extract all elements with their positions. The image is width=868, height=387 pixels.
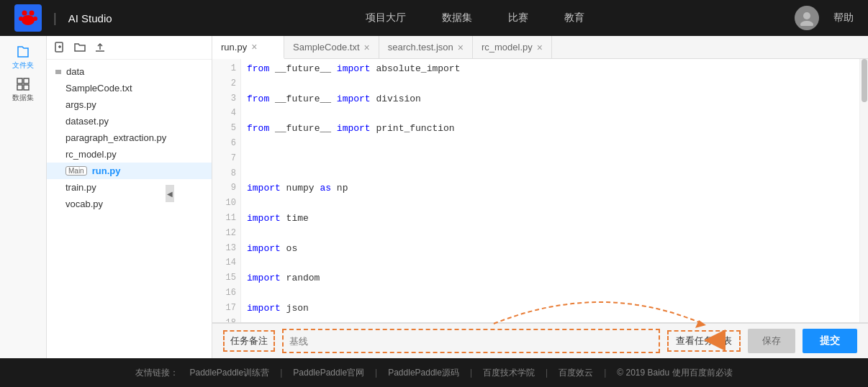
editor-scrollbar[interactable] xyxy=(859,59,868,322)
help-link[interactable]: 帮助 xyxy=(833,12,854,24)
upload-button[interactable] xyxy=(94,42,106,53)
tab-run-py[interactable]: run.py × xyxy=(212,36,284,59)
tab-rcmodel-label: rc_model.py xyxy=(482,42,533,53)
collapse-panel-arrow[interactable]: ◀ xyxy=(166,185,174,202)
line-number: 15 xyxy=(212,271,236,286)
file-run[interactable]: Main run.py xyxy=(47,163,212,179)
line-number: 7 xyxy=(212,152,236,167)
sidebar-files-label: 文件夹 xyxy=(12,60,34,70)
footer-link-paddlecamp[interactable]: PaddlePaddle训练营 xyxy=(189,367,269,379)
footer-link-baidu-cloud[interactable]: 百度效云 xyxy=(559,367,593,379)
code-line: import os xyxy=(247,242,854,257)
line-number: 5 xyxy=(212,122,236,137)
footer: 友情链接： PaddlePaddle训练营 | PaddlePaddle官网 |… xyxy=(0,358,868,387)
file-dataset-label: dataset.py xyxy=(65,116,109,127)
tab-search-test-close[interactable]: × xyxy=(458,42,464,53)
svg-point-1 xyxy=(30,11,35,16)
submit-button[interactable]: 提交 xyxy=(803,329,857,353)
line-number: 14 xyxy=(212,256,236,271)
svg-point-2 xyxy=(22,15,35,25)
file-vocab-label: vocab.py xyxy=(65,199,103,209)
nav-competition[interactable]: 比赛 xyxy=(508,12,528,24)
tab-search-test[interactable]: search.test.json × xyxy=(379,36,473,58)
svg-rect-10 xyxy=(24,85,29,90)
file-paragraph[interactable]: paragraph_extraction.py xyxy=(47,129,212,146)
line-number: 6 xyxy=(212,137,236,152)
main-container: 文件夹 数据集 xyxy=(0,36,868,358)
code-line: import numpy as np xyxy=(247,181,854,196)
task-note-label: 任务备注 xyxy=(223,330,275,352)
sidebar-item-datasets[interactable]: 数据集 xyxy=(9,76,37,104)
nav-education[interactable]: 教育 xyxy=(564,12,584,24)
baseline-input[interactable] xyxy=(284,330,659,352)
line-number: 13 xyxy=(212,242,236,257)
new-folder-button[interactable] xyxy=(74,42,86,53)
footer-prefix: 友情链接： xyxy=(135,367,178,379)
sidebar-datasets-label: 数据集 xyxy=(12,93,34,103)
task-input-wrapper xyxy=(282,329,660,353)
line-number: 18 xyxy=(212,317,236,322)
code-editor[interactable]: 123456789101112131415161718192021222324 … xyxy=(212,59,868,322)
svg-rect-8 xyxy=(24,78,29,83)
folder-data[interactable]: data xyxy=(47,63,212,80)
code-line: import time xyxy=(247,211,854,227)
avatar[interactable] xyxy=(795,6,819,30)
file-tree: data SampleCode.txt args.py dataset.py p… xyxy=(47,60,212,358)
tab-samplecode[interactable]: SampleCode.txt × xyxy=(284,36,379,58)
file-rcmodel[interactable]: rc_model.py xyxy=(47,146,212,163)
tab-samplecode-label: SampleCode.txt xyxy=(293,42,360,53)
file-args-label: args.py xyxy=(65,99,96,110)
svg-point-5 xyxy=(803,12,810,19)
code-content[interactable]: from __future__ import absolute_import f… xyxy=(241,59,859,322)
sidebar: 文件夹 数据集 xyxy=(0,36,47,358)
file-args[interactable]: args.py xyxy=(47,96,212,113)
code-line: import random xyxy=(247,271,854,286)
tab-bar: run.py × SampleCode.txt × search.test.js… xyxy=(212,36,868,59)
nav-right: 帮助 xyxy=(795,6,854,30)
sidebar-item-files[interactable]: 文件夹 xyxy=(9,43,37,72)
line-numbers: 123456789101112131415161718192021222324 xyxy=(212,59,241,322)
file-dataset[interactable]: dataset.py xyxy=(47,113,212,129)
tab-rcmodel[interactable]: rc_model.py × xyxy=(473,36,552,58)
new-file-button[interactable] xyxy=(54,42,65,53)
svg-point-6 xyxy=(800,21,813,26)
file-train-label: train.py xyxy=(65,182,96,193)
footer-link-baidu-academy[interactable]: 百度技术学院 xyxy=(483,367,535,379)
nav-projects[interactable]: 项目大厅 xyxy=(366,12,406,24)
svg-marker-16 xyxy=(55,70,61,74)
nav-links: 项目大厅 数据集 比赛 教育 xyxy=(155,12,795,24)
logo-area: | AI Studio xyxy=(14,4,112,32)
tab-run-py-label: run.py xyxy=(221,42,247,53)
file-run-label: run.py xyxy=(92,165,121,176)
file-samplecode[interactable]: SampleCode.txt xyxy=(47,80,212,96)
footer-link-paddlesrc[interactable]: PaddlePaddle源码 xyxy=(388,367,459,379)
code-line xyxy=(247,152,854,167)
line-number: 2 xyxy=(212,77,236,92)
file-paragraph-label: paragraph_extraction.py xyxy=(65,132,166,143)
tab-rcmodel-close[interactable]: × xyxy=(537,42,543,53)
svg-rect-9 xyxy=(17,85,22,90)
line-number: 11 xyxy=(212,211,236,227)
editor-area: run.py × SampleCode.txt × search.test.js… xyxy=(212,36,868,358)
logo-text: AI Studio xyxy=(68,12,112,24)
svg-point-4 xyxy=(33,17,37,21)
line-number: 1 xyxy=(212,62,236,77)
top-nav: | AI Studio 项目大厅 数据集 比赛 教育 帮助 xyxy=(0,0,868,36)
nav-datasets[interactable]: 数据集 xyxy=(442,12,472,24)
tab-run-py-close[interactable]: × xyxy=(251,42,257,52)
line-number: 16 xyxy=(212,286,236,301)
svg-point-3 xyxy=(19,17,23,21)
line-number: 4 xyxy=(212,106,236,122)
scrollbar-thumb xyxy=(862,59,867,102)
file-train[interactable]: train.py xyxy=(47,179,212,196)
file-vocab[interactable]: vocab.py xyxy=(47,196,212,212)
svg-point-0 xyxy=(22,11,27,16)
tab-samplecode-close[interactable]: × xyxy=(364,42,370,53)
view-task-list-button[interactable]: 查看任务列表 xyxy=(667,330,741,352)
footer-link-paddle[interactable]: PaddlePaddle官网 xyxy=(293,367,364,379)
code-line: from __future__ import print_function xyxy=(247,122,854,137)
code-line: from __future__ import division xyxy=(247,92,854,107)
save-button[interactable]: 保存 xyxy=(748,329,795,353)
code-line: from __future__ import absolute_import xyxy=(247,62,854,77)
line-number: 12 xyxy=(212,227,236,242)
